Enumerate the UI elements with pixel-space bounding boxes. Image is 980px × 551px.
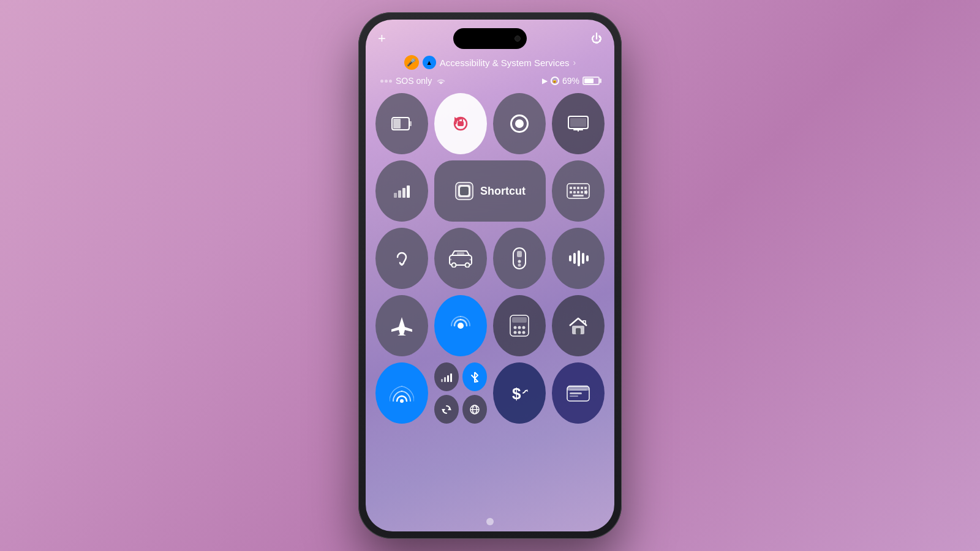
svg-rect-49: [576, 328, 581, 334]
status-bar: SOS only ▶ 🔒 69%: [366, 76, 614, 86]
wifi-status-icon: [435, 77, 447, 85]
svg-rect-35: [573, 253, 576, 264]
svg-rect-27: [457, 252, 464, 255]
svg-rect-18: [573, 191, 576, 193]
svg-point-33: [518, 264, 521, 267]
signal-dots: [380, 80, 392, 83]
svg-point-42: [514, 326, 517, 329]
svg-rect-38: [586, 255, 589, 261]
svg-rect-37: [582, 253, 584, 264]
controls-row-5: $: [375, 362, 605, 424]
svg-point-43: [518, 326, 521, 329]
phone-screen: + ⏻ 🎤 ▲ Accessibility & System Services …: [366, 20, 614, 531]
add-button[interactable]: +: [378, 31, 386, 47]
signal-mini-button[interactable]: [434, 362, 459, 391]
svg-rect-19: [577, 191, 579, 193]
screen-mirror-button[interactable]: [552, 93, 605, 154]
rotation-lock-button[interactable]: [434, 93, 487, 154]
wifi-big-button[interactable]: [375, 362, 428, 424]
svg-rect-36: [578, 250, 580, 266]
power-button[interactable]: ⏻: [591, 32, 602, 45]
calculator-button[interactable]: [493, 295, 546, 356]
dynamic-island: [453, 28, 527, 49]
svg-rect-10: [460, 187, 469, 195]
svg-rect-1: [409, 121, 412, 126]
mic-indicator: 🎤: [404, 55, 419, 70]
svg-rect-17: [570, 191, 572, 193]
home-button[interactable]: [552, 295, 605, 356]
signal-button[interactable]: [375, 160, 428, 222]
svg-rect-2: [393, 119, 401, 129]
svg-rect-20: [581, 191, 583, 193]
breadcrumb-chevron: ›: [573, 58, 576, 67]
svg-point-29: [470, 259, 472, 261]
svg-point-39: [458, 323, 464, 329]
mini-grid-container: [434, 362, 487, 424]
hearing-button[interactable]: [375, 228, 428, 289]
wallet-button[interactable]: [552, 362, 605, 424]
battery-percent: 69%: [562, 76, 579, 86]
camera-dot: [514, 36, 521, 42]
svg-marker-52: [442, 409, 445, 412]
svg-rect-5: [458, 121, 464, 126]
rotate-mini-button[interactable]: [434, 395, 459, 424]
battery-icon: [582, 77, 600, 85]
svg-point-50: [400, 399, 404, 403]
svg-rect-31: [517, 251, 522, 257]
svg-point-25: [452, 263, 456, 268]
location-arrow: ▶: [542, 77, 548, 85]
svg-point-44: [522, 326, 526, 329]
svg-rect-15: [581, 187, 583, 189]
svg-point-28: [450, 259, 452, 261]
svg-point-46: [518, 331, 521, 334]
phone-outer: + ⏻ 🎤 ▲ Accessibility & System Services …: [358, 12, 622, 539]
svg-rect-22: [573, 195, 584, 197]
svg-rect-12: [570, 187, 572, 189]
svg-rect-64: [568, 385, 588, 387]
remote-button[interactable]: [493, 228, 546, 289]
cashapp-button[interactable]: $: [493, 362, 546, 424]
lock-circle: 🔒: [551, 77, 559, 85]
battery-saver-button[interactable]: [375, 93, 428, 154]
keyboard-button[interactable]: [552, 160, 605, 222]
controls-row-3: [375, 228, 605, 289]
controls-row-4: [375, 295, 605, 356]
svg-rect-63: [570, 395, 578, 397]
controls-container: Shortcut: [375, 93, 605, 513]
bluetooth-mini-button[interactable]: [462, 362, 487, 391]
status-left: SOS only: [380, 76, 447, 86]
svg-point-47: [522, 331, 526, 334]
controls-row-2: Shortcut: [375, 160, 605, 222]
svg-rect-7: [570, 118, 586, 127]
shortcut-button[interactable]: Shortcut: [434, 160, 545, 222]
svg-rect-61: [570, 389, 587, 391]
car-button[interactable]: [434, 228, 487, 289]
breadcrumb[interactable]: 🎤 ▲ Accessibility & System Services ›: [366, 55, 614, 70]
svg-point-23: [401, 263, 403, 266]
globe-mini-button[interactable]: [462, 395, 487, 424]
svg-rect-13: [573, 187, 576, 189]
airdrop-button[interactable]: [434, 295, 487, 356]
status-right: ▶ 🔒 69%: [542, 76, 600, 86]
airplane-button[interactable]: [375, 295, 428, 356]
svg-rect-34: [569, 255, 571, 261]
location-indicator: ▲: [423, 56, 436, 69]
svg-text:$: $: [512, 384, 521, 403]
svg-marker-51: [448, 407, 451, 410]
sound-wave-button[interactable]: [552, 228, 605, 289]
controls-row-1: [375, 93, 605, 154]
svg-point-26: [466, 263, 470, 268]
sos-text: SOS only: [396, 76, 432, 86]
screen-record-button[interactable]: [493, 93, 546, 154]
svg-rect-16: [584, 187, 587, 189]
svg-rect-41: [512, 317, 527, 323]
breadcrumb-text: Accessibility & System Services: [440, 58, 570, 68]
svg-point-32: [518, 260, 521, 263]
svg-rect-62: [570, 392, 582, 394]
shortcut-label: Shortcut: [480, 185, 526, 198]
home-indicator: [486, 518, 494, 525]
svg-rect-14: [577, 187, 579, 189]
svg-point-45: [514, 331, 517, 334]
